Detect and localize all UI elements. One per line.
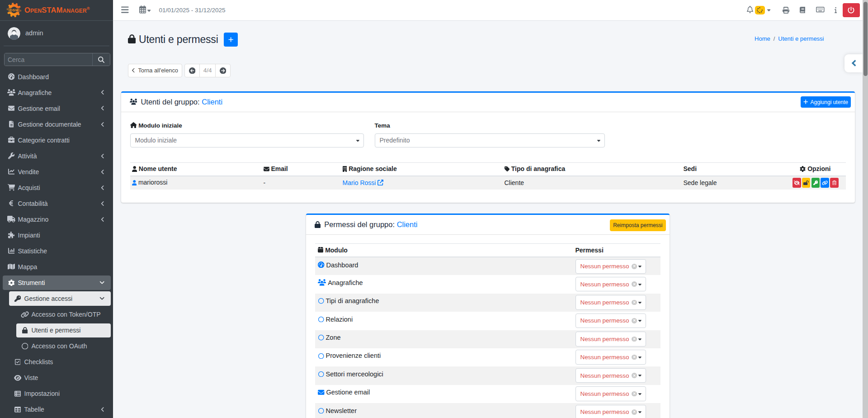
svg-text:OSM: OSM — [9, 8, 19, 12]
